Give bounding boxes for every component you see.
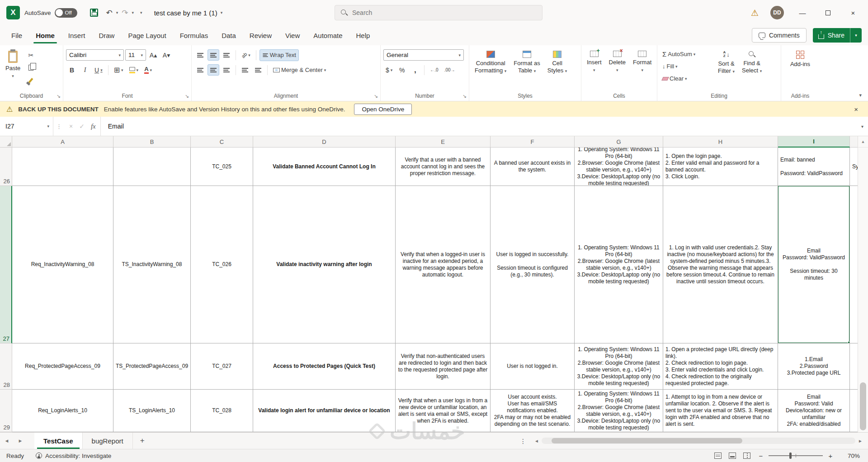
- delete-cells-button[interactable]: Delete ▾: [606, 48, 629, 91]
- cell-C28[interactable]: TC_027: [191, 343, 253, 390]
- column-header-D[interactable]: D: [253, 136, 396, 148]
- cell-B27[interactable]: TS_InactivityWarning_08: [113, 186, 191, 343]
- underline-button[interactable]: U▾: [92, 64, 105, 76]
- number-format-combo[interactable]: General ▾: [383, 49, 464, 61]
- font-dialog-launcher[interactable]: ↘: [185, 94, 189, 99]
- column-header-A[interactable]: A: [12, 136, 113, 148]
- select-all-corner[interactable]: [0, 136, 12, 148]
- insert-function-icon[interactable]: fx: [91, 123, 96, 130]
- confirm-entry-icon[interactable]: ✓: [79, 123, 85, 130]
- ribbon-tab-page-layout[interactable]: Page Layout: [121, 25, 173, 45]
- ribbon-tab-review[interactable]: Review: [243, 25, 278, 45]
- avatar[interactable]: DD: [770, 6, 784, 19]
- close-button[interactable]: ×: [846, 9, 860, 17]
- ribbon-tab-automate[interactable]: Automate: [307, 25, 349, 45]
- format-painter-button[interactable]: [25, 75, 37, 86]
- collapse-ribbon-chevron-icon[interactable]: ▾: [859, 92, 862, 98]
- vertical-scrollbar-thumb[interactable]: [860, 382, 866, 430]
- page-layout-view-icon[interactable]: [729, 452, 736, 459]
- column-header-C[interactable]: C: [191, 136, 253, 148]
- customize-toolbar-chevron-icon[interactable]: ▾: [140, 10, 142, 15]
- column-header-H[interactable]: H: [663, 136, 778, 148]
- notice-close-icon[interactable]: ×: [850, 105, 862, 113]
- ribbon-tab-formulas[interactable]: Formulas: [173, 25, 215, 45]
- cell-H26[interactable]: 1. Open the login page. 2. Enter valid e…: [663, 148, 778, 186]
- column-header-E[interactable]: E: [396, 136, 491, 148]
- cut-button[interactable]: ✂: [25, 49, 37, 61]
- zoom-out-button[interactable]: −: [758, 452, 764, 460]
- zoom-level[interactable]: 70%: [841, 452, 860, 459]
- fill-button[interactable]: ↓ Fill ▾: [660, 61, 713, 72]
- cell-G29[interactable]: 1. Operating System: Windows 11 Pro (64-…: [575, 390, 663, 432]
- cell-E28[interactable]: Verify that non-authenticated users are …: [396, 343, 491, 390]
- ribbon-tab-draw[interactable]: Draw: [92, 25, 121, 45]
- align-middle-button[interactable]: [208, 49, 219, 61]
- percent-style-button[interactable]: %: [396, 64, 408, 76]
- ribbon-tab-help[interactable]: Help: [349, 25, 377, 45]
- cell-H27[interactable]: 1. Log in with valid user credentials.2.…: [663, 186, 778, 343]
- clear-button[interactable]: Clear ▾: [660, 73, 713, 84]
- cell-E26[interactable]: Verify that a user with a banned account…: [396, 148, 491, 186]
- cell-F27[interactable]: User is logged in successfully. Session …: [491, 186, 575, 343]
- cell-B29[interactable]: TS_LoginAlerts_10: [113, 390, 191, 432]
- align-center-button[interactable]: [208, 64, 219, 76]
- align-right-button[interactable]: [221, 64, 232, 76]
- increase-decimal-button[interactable]: ←.0: [428, 64, 440, 76]
- cell-A26[interactable]: [12, 148, 113, 186]
- formula-bar-drag-handle[interactable]: ⋮: [53, 123, 65, 130]
- share-split-chevron-icon[interactable]: ▾: [850, 28, 862, 43]
- ribbon-tab-view[interactable]: View: [278, 25, 307, 45]
- cell-B28[interactable]: TS_ProtectedPageAccess_09: [113, 343, 191, 390]
- insert-cells-button[interactable]: Insert ▾: [584, 48, 604, 91]
- bold-button[interactable]: B: [66, 64, 78, 76]
- column-header-B[interactable]: B: [113, 136, 191, 148]
- cell-D26[interactable]: Validate Banned Account Cannot Log In: [253, 148, 396, 186]
- restore-button[interactable]: [821, 9, 835, 17]
- search-input[interactable]: [352, 9, 537, 16]
- row-header-28[interactable]: 28: [0, 343, 12, 390]
- warning-icon[interactable]: ⚠: [751, 8, 759, 18]
- fill-color-button[interactable]: ▾: [127, 64, 141, 76]
- column-header-F[interactable]: F: [491, 136, 575, 148]
- scroll-up-arrow-icon[interactable]: ▲: [858, 136, 868, 148]
- decrease-indent-button[interactable]: [239, 64, 251, 76]
- number-dialog-launcher[interactable]: ↘: [462, 94, 467, 99]
- horizontal-scrollbar-track[interactable]: [542, 438, 855, 444]
- cell-H29[interactable]: 1. Attempt to log in from a new device o…: [663, 390, 778, 432]
- cell-E27[interactable]: Verify that when a logged-in user is ina…: [396, 186, 491, 343]
- font-color-button[interactable]: A▾: [142, 64, 154, 76]
- file-name[interactable]: test case by me 1 (1) ▾: [154, 9, 223, 17]
- decrease-decimal-button[interactable]: .00→: [442, 64, 458, 76]
- page-break-view-icon[interactable]: [743, 452, 750, 459]
- search-box[interactable]: [335, 5, 542, 20]
- row-header-27[interactable]: 27: [0, 186, 12, 343]
- decrease-font-button[interactable]: A▾: [160, 49, 172, 61]
- sheet-tab-testcase[interactable]: TestCase: [34, 433, 83, 449]
- cell-A27[interactable]: Req_InactivityWarning_08: [12, 186, 113, 343]
- row-header-29[interactable]: 29: [0, 390, 12, 432]
- borders-button[interactable]: ⊞▾: [112, 64, 126, 76]
- zoom-slider[interactable]: [769, 455, 823, 456]
- addins-button[interactable]: Add-ins: [788, 48, 813, 91]
- formula-content[interactable]: Email: [101, 123, 857, 130]
- increase-font-button[interactable]: A▴: [147, 49, 159, 61]
- cell-F28[interactable]: User is not logged in.: [491, 343, 575, 390]
- ribbon-tab-home[interactable]: Home: [29, 25, 61, 45]
- redo-icon[interactable]: ↷: [120, 8, 130, 18]
- column-header-G[interactable]: G: [575, 136, 663, 148]
- cell-C29[interactable]: TC_028: [191, 390, 253, 432]
- cell-A29[interactable]: Req_LoginAlerts_10: [12, 390, 113, 432]
- cell-C27[interactable]: TC_026: [191, 186, 253, 343]
- paste-button[interactable]: Paste ▾: [3, 48, 23, 91]
- cell-D27[interactable]: Validate inactivity warning after login: [253, 186, 396, 343]
- normal-view-icon[interactable]: [714, 452, 722, 459]
- comments-button[interactable]: Comments: [752, 28, 807, 43]
- cell-F29[interactable]: User account exists. User has email/SMS …: [491, 390, 575, 432]
- increase-indent-button[interactable]: [252, 64, 264, 76]
- save-icon[interactable]: [90, 9, 98, 17]
- undo-chevron-icon[interactable]: ▾: [116, 10, 118, 15]
- cell-I27[interactable]: Email Password: ValidPassword Session ti…: [778, 186, 850, 343]
- cell-A28[interactable]: Req_ProtectedPageAccess_09: [12, 343, 113, 390]
- ribbon-tab-insert[interactable]: Insert: [61, 25, 92, 45]
- scroll-left-arrow-icon[interactable]: ◄: [533, 438, 540, 443]
